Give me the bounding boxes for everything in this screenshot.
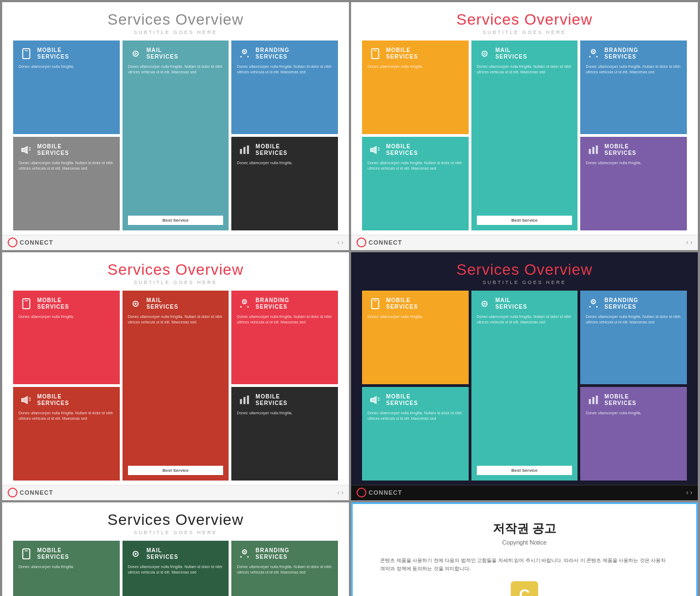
- slide-2-title: Services Overview: [362, 11, 687, 28]
- tile-title-32: MAIL SERVICES: [147, 297, 178, 310]
- tile-title-25: MOBILE SERVICES: [604, 143, 636, 157]
- tile-title-33: BRANDING SERVICES: [255, 297, 289, 310]
- tile-label-top-44: MOBILE: [386, 394, 418, 400]
- tile-chart-1: MOBILE SERVICES Donec ullamcorper nulla …: [231, 137, 338, 230]
- tile-title-5: MOBILE SERVICES: [255, 143, 287, 157]
- tile-header-5: MOBILE SERVICES: [237, 142, 332, 158]
- tile-label-top-23: BRANDING: [604, 47, 638, 54]
- tile-title-4: MOBILE SERVICES: [37, 143, 69, 157]
- tile-text-4: Donec ullamcorper nulla fringilla. Nulla…: [19, 160, 114, 225]
- svg-rect-14: [372, 49, 379, 59]
- tile-label-top-41: MOBILE: [386, 297, 418, 304]
- slide-1-footer: CONNECT ‹ ›: [2, 235, 349, 250]
- tile-label-bot-45: SERVICES: [604, 400, 636, 407]
- tile-title-51: MOBILE SERVICES: [37, 547, 69, 560]
- mobile-icon: [19, 46, 34, 61]
- best-service-btn-2[interactable]: Best Service: [477, 216, 573, 225]
- svg-rect-0: [23, 49, 30, 59]
- best-service-btn-3[interactable]: Best Service: [128, 466, 224, 475]
- tile-header-23: BRANDING SERVICES: [586, 46, 681, 61]
- tile-header-24: MOBILE SERVICES: [368, 142, 463, 158]
- footer-arrows-4[interactable]: ‹ ›: [686, 489, 692, 496]
- tile-mobile2-4: MOBILE SERVICES Donec ullamcorper nulla …: [362, 387, 469, 481]
- svg-rect-25: [589, 149, 591, 154]
- svg-marker-22: [371, 147, 376, 154]
- connect-bar-1: CONNECT: [8, 238, 53, 247]
- tile-label-bot-31: SERVICES: [37, 304, 69, 310]
- tile-label-bot-3: SERVICES: [255, 54, 289, 60]
- tile-header-31: MOBILE SERVICES: [19, 296, 114, 311]
- tile-label-top-53: BRANDING: [255, 547, 289, 554]
- tile-mobile2-2: MOBILE SERVICES Donec ullamcorper nulla …: [362, 137, 469, 230]
- footer-arrows-2[interactable]: ‹ ›: [686, 239, 692, 246]
- tile-text-41: Donec ullamcorper nulla fringilla.: [368, 314, 463, 379]
- svg-marker-8: [22, 147, 27, 154]
- tile-text-2: Donec ullamcorper nulla fringilla. Nulla…: [128, 64, 224, 213]
- tile-title-44: MOBILE SERVICES: [386, 394, 418, 407]
- svg-point-21: [596, 56, 598, 57]
- tile-label-bot-21: SERVICES: [386, 54, 418, 60]
- slide-4-footer: CONNECT ‹ ›: [351, 485, 698, 500]
- tile-branding-2: BRANDING SERVICES Donec ullamcorper null…: [580, 40, 687, 134]
- svg-point-63: [247, 556, 249, 558]
- tile-label-bot-44: SERVICES: [386, 400, 418, 407]
- footer-arrows-1[interactable]: ‹ ›: [337, 239, 343, 246]
- tile-mail-1: MAIL SERVICES Donec ullamcorper nulla fr…: [122, 40, 229, 230]
- branding-icon-2: [586, 46, 601, 61]
- tile-label-top-1: MOBILE: [37, 47, 69, 54]
- tile-label-bot-33: SERVICES: [255, 304, 289, 310]
- svg-point-19: [593, 51, 594, 53]
- connect-bar-4: CONNECT: [357, 488, 402, 497]
- tile-header-45: MOBILE SERVICES: [586, 392, 681, 408]
- tile-mobile-4: MOBILE SERVICES Donec ullamcorper nulla …: [362, 291, 469, 384]
- tile-label-bot-5: SERVICES: [255, 150, 287, 157]
- svg-rect-27: [596, 146, 598, 154]
- megaphone-icon-3: [19, 392, 34, 408]
- tile-chart-3: MOBILE SERVICES Donec ullamcorper nulla …: [231, 387, 338, 481]
- tile-header-42: MAIL SERVICES: [477, 296, 573, 311]
- slide-2-subtitle: SUBTITLE GOES HERE: [362, 30, 687, 35]
- tile-text-23: Donec ullamcorper nulla fringilla. Nulla…: [586, 64, 681, 129]
- tile-branding-1: BRANDING SERVICES Donec ullamcorper null…: [231, 40, 338, 134]
- tile-label-top-43: BRANDING: [604, 297, 638, 304]
- tile-label-bot-51: SERVICES: [37, 554, 69, 560]
- tile-label-bot-23: SERVICES: [604, 54, 638, 60]
- slide-3-content: Services Overview SUBTITLE GOES HERE MOB…: [2, 252, 349, 485]
- footer-arrows-3[interactable]: ‹ ›: [337, 489, 343, 496]
- tile-header-33: BRANDING SERVICES: [237, 296, 332, 311]
- svg-point-7: [247, 56, 249, 57]
- best-service-btn-4[interactable]: Best Service: [477, 466, 573, 475]
- tile-label-top-31: MOBILE: [37, 297, 69, 304]
- tile-text-25: Donec ullamcorper nulla fringilla.: [586, 160, 681, 225]
- tile-title-3: BRANDING SERVICES: [255, 47, 289, 60]
- tile-header-1: MOBILE SERVICES: [19, 46, 114, 61]
- tile-label-bot-4: SERVICES: [37, 150, 69, 157]
- tile-label-top-45: MOBILE: [604, 394, 636, 400]
- svg-point-33: [244, 301, 246, 303]
- logo-c-icon: C: [511, 581, 538, 596]
- tile-header-51: MOBILE SERVICES: [19, 546, 114, 562]
- copyright-title: 저작권 공고: [380, 520, 669, 537]
- tile-text-43: Donec ullamcorper nulla fringilla. Nulla…: [586, 314, 681, 379]
- tile-title-35: MOBILE SERVICES: [255, 394, 287, 407]
- tile-branding-4: BRANDING SERVICES Donec ullamcorper null…: [580, 291, 687, 384]
- tile-header-43: BRANDING SERVICES: [586, 296, 681, 311]
- tile-label-bot-43: SERVICES: [604, 304, 638, 310]
- tile-mobile-5: MOBILE SERVICES Donec ullamcorper nulla …: [13, 541, 120, 596]
- svg-point-49: [596, 306, 598, 308]
- megaphone-icon-4: [368, 392, 383, 408]
- slide-5: Services Overview SUBTITLE GOES HERE MOB…: [2, 502, 349, 596]
- chart-icon-4: [586, 392, 601, 408]
- tile-text-24: Donec ullamcorper nulla fringilla. Nulla…: [368, 160, 463, 225]
- tile-label-bot-24: SERVICES: [386, 150, 418, 157]
- tile-mail-4: MAIL SERVICES Donec ullamcorper nulla fr…: [471, 291, 578, 481]
- tile-mail-2: MAIL SERVICES Donec ullamcorper nulla fr…: [471, 40, 578, 230]
- tile-header-22: MAIL SERVICES: [477, 46, 573, 61]
- tile-label-top-24: MOBILE: [386, 143, 418, 150]
- tile-chart-4: MOBILE SERVICES Donec ullamcorper nulla …: [580, 387, 687, 481]
- connect-circle-3: [8, 488, 18, 497]
- svg-point-17: [483, 53, 486, 55]
- svg-point-3: [135, 53, 137, 55]
- best-service-btn-1[interactable]: Best Service: [128, 216, 224, 225]
- slide-2: Services Overview SUBTITLE GOES HERE MOB…: [351, 2, 698, 250]
